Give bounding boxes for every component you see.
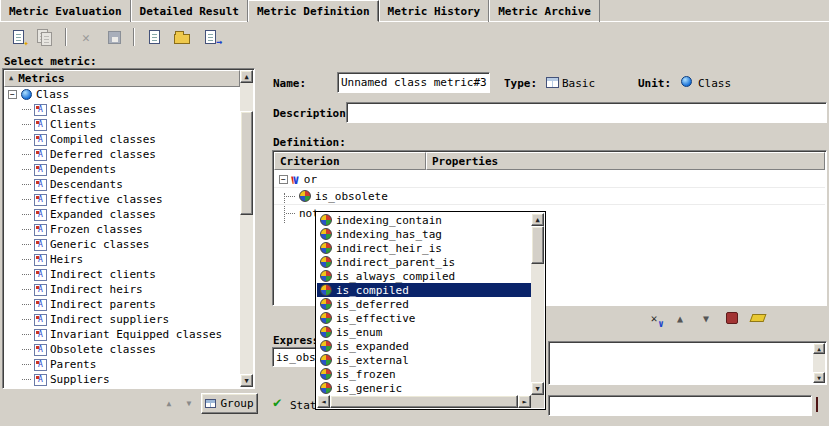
tree-item[interactable]: Parents xyxy=(4,357,240,372)
criterion-option-label: is_generic xyxy=(336,382,402,395)
tree-item[interactable]: Obsolete classes xyxy=(4,342,240,357)
tree-item[interactable]: Indirect heirs xyxy=(4,282,240,297)
remove-criterion-button[interactable] xyxy=(723,309,741,327)
criterion-icon xyxy=(320,382,332,394)
tab[interactable]: Metric Definition xyxy=(248,0,379,22)
tree-item[interactable]: Dependents xyxy=(4,162,240,177)
scroll-down-icon[interactable]: ▼ xyxy=(531,382,544,395)
move-criterion-down-button[interactable]: ▼ xyxy=(697,309,715,327)
tree-item[interactable]: Effective classes xyxy=(4,192,240,207)
tree-branch-line xyxy=(22,154,31,155)
tree-branch-line xyxy=(22,109,31,110)
tree-item[interactable]: Heirs xyxy=(4,252,240,267)
criterion-option[interactable]: is_generic xyxy=(317,381,531,395)
scroll-up-icon[interactable]: ▲ xyxy=(531,213,544,226)
tree-branch-line xyxy=(22,259,31,260)
toggle-and-or-button[interactable]: ✕ xyxy=(645,309,663,327)
scroll-right-icon[interactable]: ► xyxy=(518,395,531,408)
criterion-option-label: is_always_compiled xyxy=(336,270,455,283)
open-metrics-file-button[interactable] xyxy=(170,26,194,48)
dropdown-vertical-scrollbar[interactable]: ▲ ▼ xyxy=(531,213,544,395)
scroll-up-icon[interactable]: ▲ xyxy=(813,343,825,354)
criterion-option[interactable]: is_always_compiled xyxy=(317,269,531,283)
tree-scrollbar[interactable]: ▲ ▼ xyxy=(240,70,253,387)
expression-viewer-scrollbar[interactable]: ▲ ▼ xyxy=(813,343,825,383)
group-icon xyxy=(205,399,216,408)
delete-metric-button[interactable]: ✕ xyxy=(74,26,98,48)
criterion-option[interactable]: is_compiled xyxy=(317,283,531,297)
criterion-option[interactable]: is_effective xyxy=(317,311,531,325)
move-criterion-up-button[interactable]: ▲ xyxy=(671,309,689,327)
collapse-icon[interactable]: − xyxy=(8,90,17,99)
scroll-up-icon[interactable]: ▲ xyxy=(240,70,253,83)
duplicate-metric-button[interactable] xyxy=(34,26,58,48)
tree-item[interactable]: Indirect parents xyxy=(4,297,240,312)
criterion-option[interactable]: indirect_parent_is xyxy=(317,255,531,269)
scroll-down-icon[interactable]: ▼ xyxy=(240,374,253,387)
metric-icon xyxy=(34,329,47,341)
criterion-option[interactable]: is_expanded xyxy=(317,339,531,353)
export-metrics-button[interactable]: → xyxy=(198,26,222,48)
clear-definition-button[interactable] xyxy=(749,309,767,327)
import-metrics-button[interactable] xyxy=(142,26,166,48)
tab[interactable]: Detailed Result xyxy=(131,0,248,22)
open-folder-icon xyxy=(174,34,190,44)
description-input[interactable] xyxy=(346,102,827,123)
criterion-dropdown: indexing_contain indexing_has_tag indire… xyxy=(315,211,546,410)
tree-item[interactable]: Deferred classes xyxy=(4,147,240,162)
tree-item[interactable]: Frozen classes xyxy=(4,222,240,237)
criterion-option[interactable]: indirect_heir_is xyxy=(317,241,531,255)
move-metric-down-button[interactable]: ▼ xyxy=(180,394,198,412)
tree-item[interactable]: Clients xyxy=(4,117,240,132)
criterion-option[interactable]: is_frozen xyxy=(317,367,531,381)
criterion-row-or[interactable]: − ∨ or xyxy=(274,171,825,188)
dropdown-vscroll-thumb[interactable] xyxy=(531,226,544,264)
criterion-option[interactable]: is_deferred xyxy=(317,297,531,311)
tab[interactable]: Metric History xyxy=(379,0,490,22)
tree-item[interactable]: Invariant Equipped classes xyxy=(4,327,240,342)
metric-tree-header[interactable]: ▲ Metrics xyxy=(4,70,240,87)
criterion-option[interactable]: is_external xyxy=(317,353,531,367)
criterion-option[interactable]: is_enum xyxy=(317,325,531,339)
properties-column-header[interactable]: Properties xyxy=(426,152,825,170)
tab-label: Metric Definition xyxy=(257,5,370,18)
new-metric-button[interactable]: ✦ xyxy=(6,26,30,48)
tree-item[interactable]: Generic classes xyxy=(4,237,240,252)
move-metric-up-button[interactable]: ▲ xyxy=(160,394,178,412)
scroll-down-icon[interactable]: ▼ xyxy=(813,372,825,383)
tree-item[interactable]: Classes xyxy=(4,102,240,117)
tab[interactable]: Metric Archive xyxy=(489,0,600,22)
scroll-left-icon[interactable]: ◄ xyxy=(317,395,330,408)
comment-icon[interactable] xyxy=(816,397,818,412)
criterion-column-header[interactable]: Criterion xyxy=(274,152,426,170)
tree-item[interactable]: Compiled classes xyxy=(4,132,240,147)
tree-item-label: Indirect clients xyxy=(50,268,156,281)
criterion-option[interactable]: indexing_contain xyxy=(317,213,531,227)
criterion-row-is-obsolete[interactable]: is_obsolete xyxy=(274,188,825,205)
expression-viewer[interactable]: ▲ ▼ xyxy=(548,341,827,385)
criterion-icon xyxy=(320,298,332,310)
save-metric-button[interactable] xyxy=(102,26,126,48)
tree-item-label: Heirs xyxy=(50,253,83,266)
tree-item[interactable]: Suppliers xyxy=(4,372,240,387)
dropdown-hscroll-thumb[interactable] xyxy=(330,395,518,408)
tree-item[interactable]: Expanded classes xyxy=(4,207,240,222)
collapse-icon[interactable]: − xyxy=(279,175,288,184)
dropdown-horizontal-scrollbar[interactable]: ◄ ► xyxy=(317,395,531,408)
save-icon xyxy=(108,31,121,44)
tab[interactable]: Metric Evaluation xyxy=(0,0,131,22)
tree-scrollbar-thumb[interactable] xyxy=(240,111,253,215)
tree-item[interactable]: Indirect suppliers xyxy=(4,312,240,327)
criterion-obsolete-label: is_obsolete xyxy=(315,190,388,203)
tree-item[interactable]: Indirect clients xyxy=(4,267,240,282)
criterion-option[interactable]: indexing_has_tag xyxy=(317,227,531,241)
criterion-option-label: indexing_contain xyxy=(336,214,442,227)
tree-item[interactable]: Descendants xyxy=(4,177,240,192)
tree-item-label: Parents xyxy=(50,358,96,371)
tree-root-class[interactable]: − Class xyxy=(4,87,240,102)
group-toggle-button[interactable]: Group xyxy=(201,393,258,414)
name-input[interactable]: Unnamed class metric#3 xyxy=(337,72,490,93)
metric-icon xyxy=(34,284,47,296)
status-detail-field[interactable] xyxy=(548,395,812,416)
type-value: Basic xyxy=(562,77,595,90)
